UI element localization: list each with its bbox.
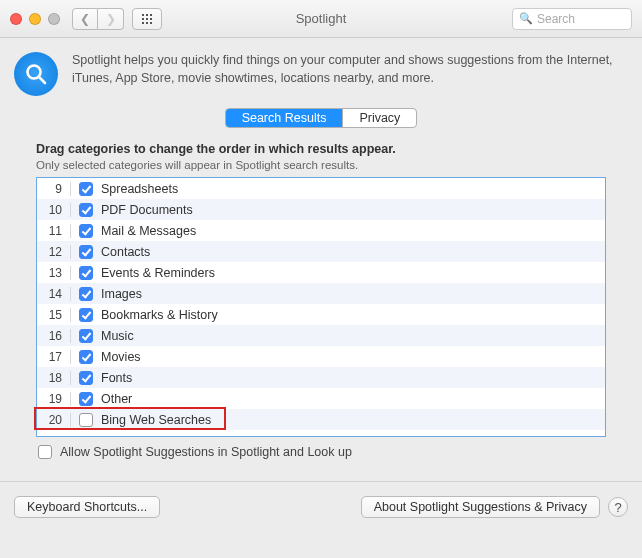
categories-list[interactable]: 9Spreadsheets10PDF Documents11Mail & Mes…	[36, 177, 606, 437]
row-number: 13	[37, 266, 71, 280]
category-checkbox[interactable]	[79, 182, 93, 196]
search-icon: 🔍	[519, 12, 533, 25]
back-button[interactable]: ❮	[72, 8, 98, 30]
intro-section: Spotlight helps you quickly find things …	[14, 52, 628, 96]
row-number: 19	[37, 392, 71, 406]
allow-suggestions-checkbox[interactable]	[38, 445, 52, 459]
category-row[interactable]: 12Contacts	[37, 241, 605, 262]
intro-text: Spotlight helps you quickly find things …	[72, 52, 628, 96]
category-row[interactable]: 18Fonts	[37, 367, 605, 388]
category-row[interactable]: 19Other	[37, 388, 605, 409]
tab-privacy[interactable]: Privacy	[342, 109, 416, 127]
chevron-right-icon: ❯	[106, 12, 116, 26]
category-row[interactable]: 10PDF Documents	[37, 199, 605, 220]
window-title: Spotlight	[296, 11, 347, 26]
category-label: PDF Documents	[101, 203, 193, 217]
category-checkbox[interactable]	[79, 287, 93, 301]
category-checkbox[interactable]	[79, 266, 93, 280]
footer: Keyboard Shortcuts... About Spotlight Su…	[0, 481, 642, 518]
category-label: Bookmarks & History	[101, 308, 218, 322]
row-number: 10	[37, 203, 71, 217]
category-checkbox[interactable]	[79, 224, 93, 238]
category-label: Bing Web Searches	[101, 413, 211, 427]
category-checkbox[interactable]	[79, 350, 93, 364]
category-checkbox[interactable]	[79, 371, 93, 385]
search-input[interactable]: 🔍 Search	[512, 8, 632, 30]
category-row[interactable]: 16Music	[37, 325, 605, 346]
panel: Drag categories to change the order in w…	[14, 142, 628, 459]
category-checkbox[interactable]	[79, 329, 93, 343]
chevron-left-icon: ❮	[80, 12, 90, 26]
row-number: 12	[37, 245, 71, 259]
window-controls	[10, 13, 60, 25]
search-placeholder: Search	[537, 12, 575, 26]
category-row[interactable]: 20Bing Web Searches	[37, 409, 605, 430]
help-button[interactable]: ?	[608, 497, 628, 517]
category-row[interactable]: 15Bookmarks & History	[37, 304, 605, 325]
category-label: Spreadsheets	[101, 182, 178, 196]
spotlight-icon	[14, 52, 58, 96]
allow-suggestions-label: Allow Spotlight Suggestions in Spotlight…	[60, 445, 352, 459]
show-all-prefs-button[interactable]	[132, 8, 162, 30]
keyboard-shortcuts-button[interactable]: Keyboard Shortcuts...	[14, 496, 160, 518]
zoom-window-button[interactable]	[48, 13, 60, 25]
category-label: Events & Reminders	[101, 266, 215, 280]
category-checkbox[interactable]	[79, 413, 93, 427]
row-number: 20	[37, 413, 71, 427]
row-number: 16	[37, 329, 71, 343]
category-row[interactable]: 14Images	[37, 283, 605, 304]
drag-subheading: Only selected categories will appear in …	[36, 159, 606, 171]
category-label: Mail & Messages	[101, 224, 196, 238]
grid-icon	[141, 13, 153, 25]
category-row[interactable]: 11Mail & Messages	[37, 220, 605, 241]
category-checkbox[interactable]	[79, 203, 93, 217]
row-number: 9	[37, 182, 71, 196]
row-number: 11	[37, 224, 71, 238]
row-number: 15	[37, 308, 71, 322]
category-checkbox[interactable]	[79, 392, 93, 406]
category-row[interactable]: 13Events & Reminders	[37, 262, 605, 283]
allow-suggestions-row: Allow Spotlight Suggestions in Spotlight…	[38, 445, 604, 459]
tab-search-results[interactable]: Search Results	[226, 109, 343, 127]
category-label: Contacts	[101, 245, 150, 259]
row-number: 18	[37, 371, 71, 385]
category-label: Movies	[101, 350, 141, 364]
category-label: Other	[101, 392, 132, 406]
titlebar: ❮ ❯ Spotlight 🔍 Search	[0, 0, 642, 38]
close-window-button[interactable]	[10, 13, 22, 25]
drag-heading: Drag categories to change the order in w…	[36, 142, 606, 156]
category-checkbox[interactable]	[79, 308, 93, 322]
category-row[interactable]: 9Spreadsheets	[37, 178, 605, 199]
forward-button[interactable]: ❯	[98, 8, 124, 30]
category-label: Images	[101, 287, 142, 301]
tab-group: Search Results Privacy	[14, 108, 628, 128]
category-checkbox[interactable]	[79, 245, 93, 259]
about-privacy-button[interactable]: About Spotlight Suggestions & Privacy	[361, 496, 600, 518]
category-row[interactable]: 17Movies	[37, 346, 605, 367]
svg-line-1	[39, 77, 45, 83]
minimize-window-button[interactable]	[29, 13, 41, 25]
category-label: Fonts	[101, 371, 132, 385]
content: Spotlight helps you quickly find things …	[0, 38, 642, 467]
nav-back-forward: ❮ ❯	[72, 8, 124, 30]
category-label: Music	[101, 329, 134, 343]
row-number: 14	[37, 287, 71, 301]
row-number: 17	[37, 350, 71, 364]
